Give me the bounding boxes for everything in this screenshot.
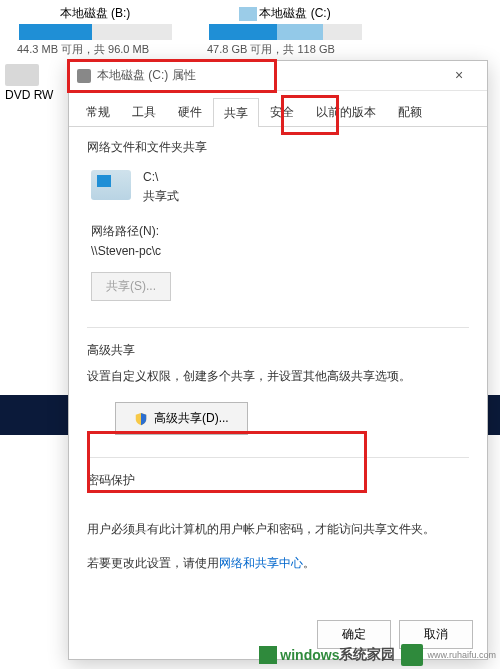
password-heading: 密码保护 [87, 472, 469, 489]
advanced-share-button[interactable]: 高级共享(D)... [115, 402, 248, 435]
dvd-drive-icon[interactable] [5, 64, 39, 86]
password-desc-post: 。 [303, 556, 315, 570]
tab-general[interactable]: 常规 [75, 97, 121, 126]
drive-c-info: 47.8 GB 可用，共 118 GB [195, 42, 375, 57]
drive-b-title: 本地磁盘 (B:) [5, 5, 185, 22]
share-path-name: C:\ [143, 170, 179, 184]
drive-c-title: 本地磁盘 (C:) [195, 5, 375, 22]
share-info-box: C:\ 共享式 网络路径(N): \\Steven-pc\c 共享(S)... [87, 164, 469, 309]
watermark-text1: windows [280, 647, 339, 663]
dvd-label: DVD RW [5, 88, 53, 102]
close-button[interactable]: × [439, 65, 479, 85]
tab-quota[interactable]: 配额 [387, 97, 433, 126]
disk-icon [77, 69, 91, 83]
drives-background: 本地磁盘 (B:) 44.3 MB 可用，共 96.0 MB 本地磁盘 (C:)… [0, 0, 500, 60]
drive-c-card[interactable]: 本地磁盘 (C:) 47.8 GB 可用，共 118 GB [195, 5, 375, 55]
tab-hardware[interactable]: 硬件 [167, 97, 213, 126]
dialog-titlebar[interactable]: 本地磁盘 (C:) 属性 × [69, 61, 487, 91]
advanced-share-desc: 设置自定义权限，创建多个共享，并设置其他高级共享选项。 [87, 367, 469, 386]
tab-tools[interactable]: 工具 [121, 97, 167, 126]
dialog-title: 本地磁盘 (C:) 属性 [97, 67, 196, 84]
drive-b-bar [19, 24, 172, 40]
network-path-value: \\Steven-pc\c [91, 244, 465, 258]
share-button[interactable]: 共享(S)... [91, 272, 171, 301]
shield-icon [134, 412, 148, 426]
network-sharing-center-link[interactable]: 网络和共享中心 [219, 556, 303, 570]
properties-dialog: 本地磁盘 (C:) 属性 × 常规 工具 硬件 共享 安全 以前的版本 配额 网… [68, 60, 488, 660]
share-mode: 共享式 [143, 188, 179, 205]
tabs-row: 常规 工具 硬件 共享 安全 以前的版本 配额 [69, 95, 487, 127]
watermark: windows系统家园 www.ruhaifu.com [259, 644, 496, 666]
drive-b-card[interactable]: 本地磁盘 (B:) 44.3 MB 可用，共 96.0 MB [5, 5, 185, 55]
password-desc-pre: 若要更改此设置，请使用 [87, 556, 219, 570]
password-desc-line1: 用户必须具有此计算机的用户帐户和密码，才能访问共享文件夹。 [87, 519, 469, 541]
drive-c-bar [209, 24, 362, 40]
advanced-share-button-label: 高级共享(D)... [154, 410, 229, 427]
password-desc: 用户必须具有此计算机的用户帐户和密码，才能访问共享文件夹。 若要更改此设置，请使… [87, 519, 469, 574]
network-share-heading: 网络文件和文件夹共享 [87, 139, 469, 156]
watermark-icon [259, 646, 277, 664]
watermark-text2: 系统家园 [339, 646, 395, 664]
disk-large-icon [91, 170, 131, 200]
tab-sharing[interactable]: 共享 [213, 98, 259, 127]
drive-b-info: 44.3 MB 可用，共 96.0 MB [5, 42, 185, 57]
watermark-url: www.ruhaifu.com [427, 650, 496, 660]
watermark-share-icon [401, 644, 423, 666]
sharing-panel: 网络文件和文件夹共享 C:\ 共享式 网络路径(N): \\Steven-pc\… [69, 127, 487, 592]
tab-previous-versions[interactable]: 以前的版本 [305, 97, 387, 126]
tab-security[interactable]: 安全 [259, 97, 305, 126]
advanced-share-heading: 高级共享 [87, 342, 469, 359]
network-path-label: 网络路径(N): [91, 223, 465, 240]
